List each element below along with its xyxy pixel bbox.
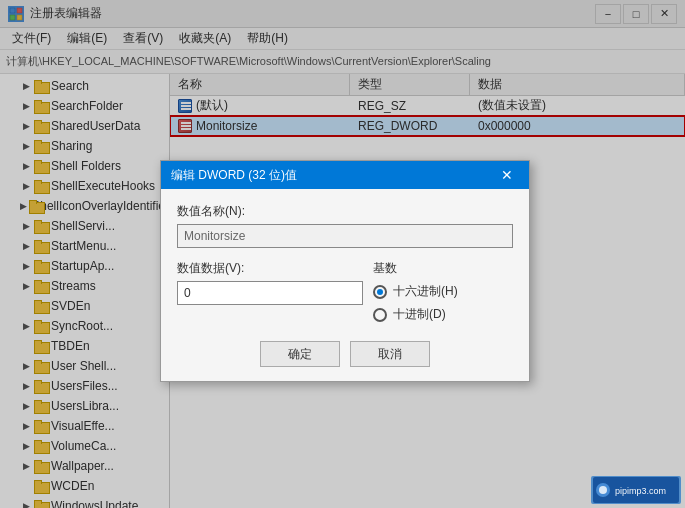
base-section: 基数 十六进制(H) 十进制(D) <box>373 260 513 329</box>
watermark: pipimp3.com <box>591 476 681 504</box>
base-label: 基数 <box>373 260 513 277</box>
svg-point-6 <box>599 486 607 494</box>
radio-hex-dot <box>373 285 387 299</box>
edit-dword-dialog: 编辑 DWORD (32 位)值 ✕ 数值名称(N): 数值数据(V): 基数 <box>160 160 530 382</box>
radio-hex[interactable]: 十六进制(H) <box>373 283 513 300</box>
svg-text:pipimp3.com: pipimp3.com <box>615 486 666 496</box>
value-input[interactable] <box>177 281 363 305</box>
name-input[interactable] <box>177 224 513 248</box>
radio-dec-label: 十进制(D) <box>393 306 446 323</box>
radio-dec[interactable]: 十进制(D) <box>373 306 513 323</box>
radio-hex-label: 十六进制(H) <box>393 283 458 300</box>
name-label: 数值名称(N): <box>177 203 513 220</box>
value-section: 数值数据(V): <box>177 260 363 329</box>
dialog-title-bar: 编辑 DWORD (32 位)值 ✕ <box>161 161 529 189</box>
dialog-close-button[interactable]: ✕ <box>495 165 519 185</box>
radio-dec-dot <box>373 308 387 322</box>
ok-button[interactable]: 确定 <box>260 341 340 367</box>
watermark-logo: pipimp3.com <box>591 476 681 504</box>
dialog-buttons: 确定 取消 <box>177 341 513 367</box>
value-base-row: 数值数据(V): 基数 十六进制(H) 十进制(D) <box>177 260 513 329</box>
cancel-button[interactable]: 取消 <box>350 341 430 367</box>
dialog-overlay: 编辑 DWORD (32 位)值 ✕ 数值名称(N): 数值数据(V): 基数 <box>0 0 685 508</box>
dialog-body: 数值名称(N): 数值数据(V): 基数 十六进制(H) <box>161 189 529 381</box>
value-label: 数值数据(V): <box>177 260 363 277</box>
dialog-title: 编辑 DWORD (32 位)值 <box>171 167 495 184</box>
